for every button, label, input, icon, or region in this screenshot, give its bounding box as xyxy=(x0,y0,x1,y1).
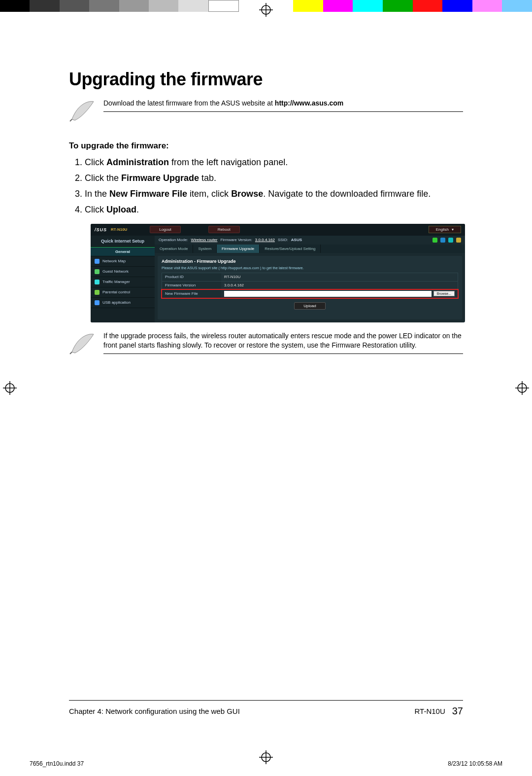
tab-operation-mode[interactable]: Operation Mode xyxy=(155,245,193,253)
tab-firmware-upgrade[interactable]: Firmware Upgrade xyxy=(217,245,260,253)
status-icon xyxy=(440,238,445,243)
footer-model: RT-N10U xyxy=(415,707,445,715)
steps-heading: To upgrade the firmware: xyxy=(69,141,463,151)
tab-restore-save-upload[interactable]: Restore/Save/Upload Setting xyxy=(260,245,321,253)
svg-line-13 xyxy=(70,352,72,354)
usb-icon xyxy=(95,300,100,305)
note-download: Download the latest firmware from the AS… xyxy=(69,97,463,127)
upload-button[interactable]: Upload xyxy=(294,302,325,310)
status-bar: Operation Mode: Wireless router Firmware… xyxy=(155,236,465,245)
sidebar-category-general: General xyxy=(91,247,155,256)
sidebar-item-usb-application[interactable]: USB application xyxy=(91,298,155,308)
row-firmware-version: Firmware Version 3.0.0.4.162 xyxy=(162,281,458,290)
page-number: 37 xyxy=(452,705,463,717)
status-icon xyxy=(448,238,453,243)
sidebar-item-traffic-manager[interactable]: Traffic Manager xyxy=(91,277,155,287)
user-icon xyxy=(95,269,100,274)
router-screenshot: /SUS RT-N10U Logout Reboot English▾ Quic… xyxy=(91,224,465,322)
firmware-version-link[interactable]: 3.0.0.4.162 xyxy=(255,238,275,242)
logout-button[interactable]: Logout xyxy=(150,226,180,233)
step-2: Click the Firmware Upgrade tab. xyxy=(85,172,463,185)
sidebar-item-guest-network[interactable]: Guest Network xyxy=(91,267,155,277)
pen-icon xyxy=(69,99,97,122)
row-product-id: Product ID RT-N10U xyxy=(162,273,458,282)
asus-logo: /SUS xyxy=(95,227,107,232)
chevron-down-icon: ▾ xyxy=(452,227,454,232)
firmware-file-input[interactable] xyxy=(224,291,432,297)
row-new-firmware-file: New Firmware File Browse... xyxy=(162,289,458,298)
slug-file: 7656_rtn10u.indd 37 xyxy=(30,760,84,767)
sidebar-item-network-map[interactable]: Network Map xyxy=(91,256,155,267)
note-rescue: If the upgrade process fails, the wirele… xyxy=(69,329,463,360)
sidebar-item-parental-control[interactable]: Parental control xyxy=(91,287,155,298)
steps-list: Click Administration from the left navig… xyxy=(85,156,463,217)
pen-icon xyxy=(69,331,97,355)
step-3: In the New Firmware File item, click Bro… xyxy=(85,187,463,201)
chapter-label: Chapter 4: Network configuration using t… xyxy=(69,707,415,715)
step-1: Click Administration from the left navig… xyxy=(85,156,463,170)
page-footer: Chapter 4: Network configuration using t… xyxy=(69,700,463,717)
router-model: RT-N10U xyxy=(111,227,127,232)
svg-line-12 xyxy=(70,119,72,121)
slug-date: 8/23/12 10:05:58 AM xyxy=(448,760,502,767)
panel-hint: Please visit the ASUS support site ( htt… xyxy=(162,266,458,270)
reboot-button[interactable]: Reboot xyxy=(208,226,240,233)
chart-icon xyxy=(95,280,100,284)
panel-title: Administration - Firmware Upgrade xyxy=(162,259,458,264)
operation-mode-link[interactable]: Wireless router xyxy=(191,238,218,242)
browse-button[interactable]: Browse... xyxy=(433,291,455,296)
quick-internet-setup-button[interactable]: Quick Internet Setup xyxy=(91,236,155,247)
globe-icon xyxy=(95,259,100,264)
status-icon xyxy=(432,238,437,243)
slug-line: 7656_rtn10u.indd 37 8/23/12 10:05:58 AM xyxy=(30,760,502,767)
step-4: Click Upload. xyxy=(85,203,463,217)
note-text: Download the latest firmware from the AS… xyxy=(103,99,343,107)
registration-mark-icon xyxy=(515,381,529,395)
lock-icon xyxy=(95,290,100,295)
registration-mark-icon xyxy=(259,3,273,17)
registration-mark-icon xyxy=(3,381,17,395)
language-dropdown[interactable]: English▾ xyxy=(429,226,461,233)
tab-bar: Operation Mode System Firmware Upgrade R… xyxy=(155,245,465,253)
status-icon xyxy=(456,238,461,243)
tab-system[interactable]: System xyxy=(193,245,217,253)
ssid-value: ASUS xyxy=(291,238,302,242)
note-text: If the upgrade process fails, the wirele… xyxy=(103,332,462,350)
page-title: Upgrading the firmware xyxy=(69,69,463,90)
